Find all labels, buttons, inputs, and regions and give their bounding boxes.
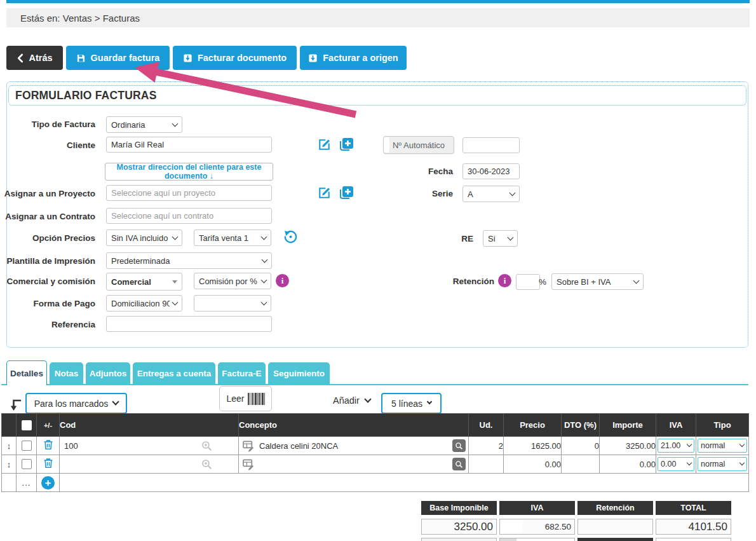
tarifa-select[interactable]: Tarifa venta 1 <box>194 229 271 246</box>
save-invoice-button[interactable]: Guardar factura <box>66 46 170 70</box>
plantilla-select[interactable]: Predeterminada <box>106 252 272 269</box>
concepto-cell[interactable]: Caldera celini 20NCA <box>239 437 469 455</box>
total-retencion-value <box>577 519 653 535</box>
breadcrumb: Estás en: Ventas > Facturas <box>20 13 140 24</box>
chevron-down-icon <box>172 120 179 127</box>
facturar-origen-label: Facturar a origen <box>323 53 398 63</box>
leer-barcode-button[interactable]: Leer <box>219 386 272 411</box>
forma-pago-secundaria-select[interactable] <box>194 295 271 312</box>
facturar-documento-button[interactable]: Facturar documento <box>173 46 297 70</box>
numero-factura-input[interactable] <box>462 137 520 153</box>
col-iva: IVA <box>656 414 696 437</box>
cod-cell[interactable] <box>60 455 239 474</box>
anadir-dropdown[interactable]: Añadir <box>333 395 370 406</box>
search-product-icon[interactable] <box>201 458 213 470</box>
facturar-origen-button[interactable]: Facturar a origen <box>300 46 407 70</box>
edit-proyecto-icon[interactable] <box>317 186 332 200</box>
ud-cell[interactable] <box>469 455 504 474</box>
tab-seguimiento[interactable]: Seguimiento <box>268 362 330 384</box>
chevron-down-icon <box>262 256 268 263</box>
line-row-1: ↕ 100 Caldera celini 20 <box>2 437 749 455</box>
forma-pago-select[interactable]: Domiciliacion 90 dia <box>106 295 182 312</box>
referencia-input[interactable] <box>106 316 272 332</box>
add-line-row: ... + <box>2 474 749 492</box>
add-cliente-icon[interactable] <box>339 137 354 152</box>
cliente-input[interactable] <box>106 137 272 153</box>
contrato-input[interactable] <box>106 208 272 224</box>
chevron-down-icon <box>687 460 692 465</box>
col-tipo: Tipo <box>696 414 749 437</box>
back-button[interactable]: Atrás <box>6 46 63 70</box>
triangle-down-icon <box>172 280 177 284</box>
tipo-select[interactable]: normal <box>698 457 747 471</box>
drag-handle[interactable]: ↕ <box>2 455 17 474</box>
add-proyecto-icon[interactable] <box>339 185 354 200</box>
serie-select[interactable]: A <box>462 186 520 202</box>
add-line-button[interactable]: + <box>41 476 55 490</box>
dto-cell[interactable]: 0 <box>562 437 600 455</box>
lineas-select[interactable]: 5 líneas <box>381 393 442 414</box>
edit-lines-icon[interactable] <box>241 439 255 452</box>
cod-cell[interactable]: 100 <box>60 437 239 455</box>
proyecto-label: Asignar a un Proyecto <box>0 189 95 198</box>
comision-select[interactable]: Comisión por % <box>194 273 271 289</box>
tipo-factura-select[interactable]: Ordinaria <box>106 116 182 133</box>
comercial-select[interactable]: Comercial <box>106 273 182 291</box>
tab-underline <box>1 384 748 385</box>
toggle-all-header[interactable]: +/- <box>37 414 60 437</box>
search-concept-icon[interactable] <box>452 458 466 470</box>
row-checkbox[interactable] <box>17 455 37 474</box>
edit-lines-icon[interactable] <box>241 458 255 470</box>
facturas-page: Estás en: Ventas > Facturas Atrás Guarda… <box>0 0 756 541</box>
retencion-tipo-select[interactable]: Sobre BI + IVA <box>551 273 644 290</box>
search-concept-icon[interactable] <box>452 439 466 452</box>
drag-handle[interactable]: ↕ <box>2 437 17 455</box>
precio-cell[interactable]: 1625.00 <box>504 437 562 455</box>
search-product-icon[interactable] <box>201 440 213 452</box>
mostrar-direccion-button[interactable]: Mostrar direccion del cliente para este … <box>105 163 273 181</box>
fecha-input[interactable] <box>462 163 520 179</box>
edit-cliente-icon[interactable] <box>317 137 332 152</box>
numero-automatico-button[interactable]: Nº Automático <box>383 136 454 154</box>
precio-cell[interactable]: 0.00 <box>504 455 562 474</box>
para-los-marcados-select[interactable]: Para los marcados <box>25 393 127 414</box>
select-all-checkbox[interactable] <box>17 414 37 437</box>
ud-cell[interactable]: 2 <box>469 437 504 455</box>
opcion-precios-label: Opción Precios <box>0 233 95 243</box>
tab-factura-e[interactable]: Factura-E <box>218 362 266 384</box>
row-checkbox[interactable] <box>17 437 37 455</box>
delete-row-button[interactable] <box>37 437 60 455</box>
empty-cell <box>60 474 749 492</box>
chevron-down-icon <box>633 277 640 284</box>
more-rows-indicator[interactable]: ... <box>17 474 37 492</box>
delete-row-button[interactable] <box>37 455 60 474</box>
tab-notas[interactable]: Notas <box>50 362 83 384</box>
chevron-down-icon <box>112 398 119 405</box>
forma-pago-label: Forma de Pago <box>0 299 95 308</box>
numero-automatico-notch <box>384 137 389 153</box>
opcion-precios-select[interactable]: Sin IVA incluido <box>106 229 182 246</box>
iva-select-cell: 0.00 <box>656 455 696 474</box>
importe-cell[interactable]: 0.00 <box>600 455 656 474</box>
re-select[interactable]: Si <box>483 230 518 247</box>
retencion-info-icon[interactable]: i <box>498 274 511 287</box>
tipo-factura-label: Tipo de Factura <box>0 120 95 129</box>
cutoff-box <box>499 538 575 541</box>
tab-entregas-a-cuenta[interactable]: Entregas a cuenta <box>133 362 215 384</box>
importe-cell[interactable]: 3250.00 <box>600 437 656 455</box>
proyecto-input[interactable] <box>106 185 272 201</box>
tipo-select[interactable]: normal <box>698 439 747 453</box>
refresh-prices-icon[interactable] <box>283 229 298 244</box>
plantilla-label: Plantilla de Impresión <box>0 256 95 266</box>
tab-detalles[interactable]: Detalles <box>6 360 47 385</box>
lines-header-row: +/- Cod Concepto Ud. Precio DTO (%) Impo… <box>2 414 749 437</box>
chevron-down-icon <box>172 299 179 305</box>
iva-select[interactable]: 21.00 <box>658 439 694 453</box>
concepto-cell[interactable] <box>239 455 469 474</box>
tab-adjuntos[interactable]: Adjuntos <box>86 362 130 384</box>
serie-label: Serie <box>377 189 453 198</box>
iva-select[interactable]: 0.00 <box>658 457 694 471</box>
dto-cell[interactable] <box>562 455 600 474</box>
trash-icon <box>43 439 54 451</box>
comision-info-icon[interactable]: i <box>276 274 289 287</box>
